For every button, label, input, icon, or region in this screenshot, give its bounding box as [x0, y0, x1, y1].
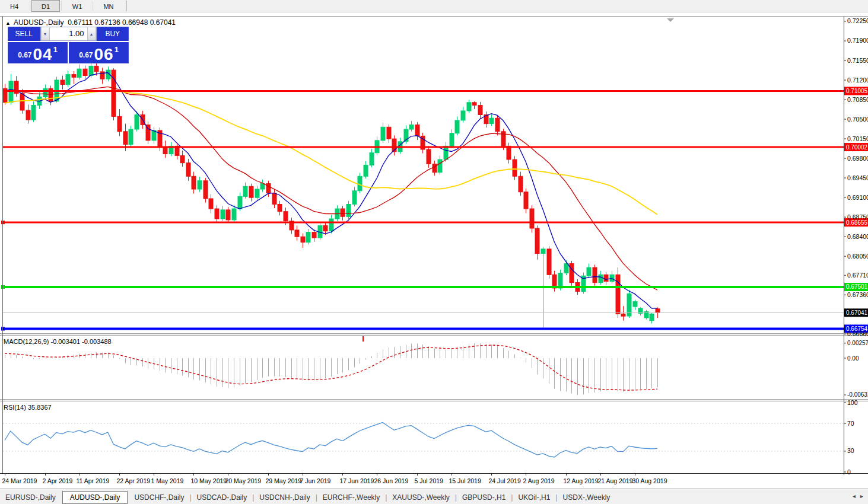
date-label: 10 May 2019 [191, 477, 227, 484]
svg-text:0.68400: 0.68400 [847, 233, 868, 240]
tab-usdx-weekly[interactable]: USDX-,Weekly [558, 492, 616, 503]
date-label: 12 Aug 2019 [564, 477, 599, 484]
svg-text:0.00: 0.00 [847, 355, 859, 362]
svg-text:0.67041: 0.67041 [846, 310, 868, 316]
buy-price[interactable]: 0.67061 [68, 42, 129, 63]
chart-ohlc-values: 0.67111 0.67136 0.66948 0.67041 [68, 18, 176, 27]
tab-usdchf-daily[interactable]: USDCHF-,Daily [129, 492, 189, 503]
date-label: 17 Jun 2019 [340, 477, 374, 484]
toolbar-separator [93, 1, 93, 11]
symbol-tab-bar: EURUSD-,DailyAUDUSD-,DailyUSDCHF-,Daily|… [0, 489, 868, 504]
date-label: 2 Apr 2019 [43, 477, 73, 484]
svg-text:0.70500: 0.70500 [847, 116, 868, 123]
tab-ukoil-h1[interactable]: UKOil-,H1 [513, 492, 555, 503]
svg-text:30: 30 [847, 447, 854, 454]
date-label: 11 Apr 2019 [77, 477, 110, 484]
timeframe-button-d1[interactable]: D1 [31, 0, 60, 12]
svg-text:0.69450: 0.69450 [847, 174, 868, 181]
volume-increase-button[interactable]: ▲ [87, 27, 96, 40]
date-label: 15 Jul 2019 [449, 477, 481, 484]
volume-field[interactable]: 1.00 [50, 27, 87, 40]
tab-audusd-daily[interactable]: AUDUSD-,Daily [62, 491, 128, 504]
svg-text:0.72250: 0.72250 [847, 17, 868, 24]
toolbar-separator [30, 1, 30, 11]
sell-price-big: 04 [33, 47, 52, 62]
tab-eurusd-daily[interactable]: EURUSD-,Daily [0, 492, 61, 503]
svg-text:0.002574: 0.002574 [847, 340, 868, 346]
svg-text:-0.006326: -0.006326 [847, 391, 868, 398]
date-label: 21 Aug 2019 [598, 477, 633, 484]
svg-text:0.68050: 0.68050 [847, 253, 868, 260]
one-click-trade-panel: SELL ▼ 1.00 ▲ BUY 0.67041 0.67061 [8, 27, 129, 63]
chart-canvas[interactable]: MACD(12,26,9) -0.003401 -0.003488RSI(14)… [0, 17, 868, 489]
collapse-triangle-icon[interactable]: ▲ [5, 20, 11, 26]
svg-text:0.67501: 0.67501 [846, 283, 868, 290]
timeframe-toolbar: H4D1W1MN [0, 0, 868, 12]
date-label: 1 May 2019 [151, 477, 184, 484]
svg-text:0: 0 [847, 468, 851, 476]
date-label: 7 Jun 2019 [300, 477, 331, 484]
svg-text:0.67710: 0.67710 [847, 272, 868, 279]
date-label: 2 Aug 2019 [523, 477, 555, 484]
timeframe-button-mn[interactable]: MN [94, 0, 123, 12]
date-label: 24 Jul 2019 [489, 477, 521, 484]
svg-text:0.67360: 0.67360 [847, 291, 868, 298]
date-label: 26 Jun 2019 [374, 477, 409, 484]
date-label: 5 Jul 2019 [415, 477, 444, 484]
svg-text:0.71550: 0.71550 [847, 57, 868, 64]
date-label: 22 Apr 2019 [117, 477, 151, 484]
chart-window[interactable]: ▲AUDUSD-,Daily 0.67111 0.67136 0.66948 0… [0, 16, 868, 489]
volume-decrease-button[interactable]: ▼ [41, 27, 50, 40]
svg-text:0.70150: 0.70150 [847, 135, 868, 142]
ma-45-line [5, 90, 657, 215]
rsi-line [5, 423, 657, 458]
svg-text:0.71900: 0.71900 [847, 37, 868, 44]
date-label: 24 Mar 2019 [2, 477, 37, 484]
svg-text:0.69800: 0.69800 [847, 155, 868, 162]
svg-text:70: 70 [847, 420, 854, 427]
svg-text:0.68655: 0.68655 [846, 219, 868, 226]
date-label: 29 May 2019 [266, 477, 302, 484]
chart-symbol-label: AUDUSD-,Daily [14, 18, 64, 27]
sell-price-sup: 1 [53, 45, 58, 54]
svg-text:0.70002: 0.70002 [846, 144, 868, 151]
rsi-label: RSI(14) 35.8367 [4, 404, 52, 411]
tab-usdcnh-daily[interactable]: USDCNH-,Daily [254, 492, 315, 503]
timeframe-button-h4[interactable]: H4 [0, 0, 28, 12]
buy-price-big: 06 [94, 47, 113, 62]
sell-price-prefix: 0.67 [18, 51, 31, 59]
timeframe-button-w1[interactable]: W1 [63, 0, 91, 12]
tab-scroll-right-icon[interactable]: ▸ [858, 493, 866, 499]
price-axis [0, 17, 868, 475]
svg-text:0.69100: 0.69100 [847, 194, 868, 201]
tab-xauusd-weekly[interactable]: XAUUSD-,Weekly [387, 492, 454, 503]
toolbar-separator [61, 1, 62, 11]
main-price-panel [1, 63, 844, 331]
date-label: 20 May 2019 [225, 477, 262, 484]
macd-label: MACD(12,26,9) -0.003401 -0.003488 [4, 338, 112, 345]
svg-text:100: 100 [847, 399, 858, 406]
sell-price[interactable]: 0.67041 [8, 42, 68, 63]
tab-gbpusd-h1[interactable]: GBPUSD-,H1 [457, 492, 511, 503]
chart-shift-marker-icon [667, 18, 674, 22]
ma-20-line [5, 87, 657, 290]
date-label: 30 Aug 2019 [632, 477, 667, 484]
tab-usdcad-daily[interactable]: USDCAD-,Daily [192, 492, 253, 503]
buy-price-sup: 1 [115, 45, 119, 54]
svg-text:0.71200: 0.71200 [847, 76, 868, 84]
buy-button[interactable]: BUY [97, 29, 129, 39]
toolbar-group-separator [126, 1, 127, 11]
sell-button[interactable]: SELL [8, 29, 40, 39]
macd-event-marker [363, 336, 364, 342]
svg-text:0.66754: 0.66754 [846, 326, 868, 332]
svg-text:0.71005: 0.71005 [846, 88, 868, 94]
volume-stepper: ▼ 1.00 ▲ [40, 27, 97, 41]
buy-price-prefix: 0.67 [79, 51, 93, 59]
rsi-panel [3, 423, 844, 458]
tab-eurchf-weekly[interactable]: EURCHF-,Weekly [317, 492, 385, 503]
chart-title: ▲AUDUSD-,Daily 0.67111 0.67136 0.66948 0… [5, 18, 176, 27]
tab-scroll-left-icon[interactable]: ◂ [850, 493, 858, 499]
svg-text:0.70850: 0.70850 [847, 96, 868, 103]
